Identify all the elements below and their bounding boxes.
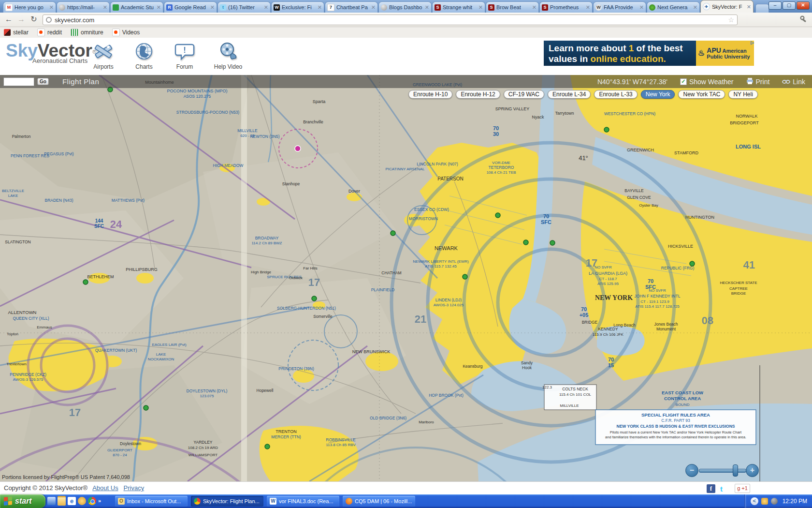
chrome-shortcut-icon[interactable] (88, 497, 96, 505)
map-label: Sandy (521, 360, 533, 365)
forward-button[interactable]: → (15, 14, 27, 25)
close-button[interactable]: ✕ (797, 1, 810, 10)
twitter-icon[interactable]: t (720, 485, 730, 493)
browser-tab[interactable]: t(16) Twitter✕ (218, 1, 271, 13)
taskbar-button[interactable]: OInbox - Microsoft Out... (115, 496, 188, 507)
zoom-slider-handle[interactable] (733, 464, 738, 477)
nav-charts[interactable]: Charts (130, 42, 158, 70)
bookmark-item[interactable]: reddit (37, 29, 62, 36)
tab-close-icon[interactable]: ✕ (103, 5, 107, 10)
facebook-icon[interactable]: f (707, 484, 715, 493)
map-label: BELTZVILLE (2, 189, 24, 193)
url-text[interactable]: skyvector.com (55, 16, 725, 24)
browser-tab[interactable]: MHere you go✕ (3, 1, 56, 13)
tab-close-icon[interactable]: ✕ (49, 5, 54, 10)
tray-collapse-icon[interactable]: < (751, 497, 758, 505)
bookmark-item[interactable]: stellar (4, 29, 29, 36)
tab-close-icon[interactable]: ✕ (264, 5, 268, 10)
go-button[interactable]: Go (37, 78, 49, 85)
chart-button[interactable]: Enroute L-34 (548, 90, 591, 99)
browser-tab[interactable]: RGoogle Read✕ (164, 1, 217, 13)
chart-button[interactable]: New York TAC (678, 90, 725, 99)
chart-button[interactable]: Enroute H-10 (408, 90, 452, 99)
browser-tab[interactable]: SPrometheus✕ (539, 1, 593, 13)
tab-close-icon[interactable]: ✕ (371, 5, 376, 10)
address-bar[interactable]: skyvector.com ☆ (43, 15, 738, 25)
bookmark-item[interactable]: Videos (112, 29, 140, 36)
privacy-link[interactable]: Privacy (124, 484, 145, 492)
chart-button[interactable]: New York (641, 90, 675, 99)
outlook-shortcut-icon[interactable] (78, 497, 86, 505)
tab-close-icon[interactable]: ✕ (157, 5, 161, 10)
browser-tab[interactable]: WFAA Provide✕ (593, 1, 646, 13)
flight-plan-title[interactable]: Flight Plan (62, 77, 99, 86)
print-button[interactable]: Print (746, 78, 770, 86)
film-reel-icon (218, 42, 239, 62)
folder-shortcut-icon[interactable] (58, 496, 66, 506)
skyvector-logo[interactable]: SkyVector® Aeronautical Charts (6, 41, 96, 64)
start-button[interactable]: start (0, 494, 45, 508)
adchoices-icon[interactable]: ▷ (751, 40, 754, 45)
chart-button[interactable]: Enroute L-33 (594, 90, 637, 99)
zoom-slider-track[interactable] (699, 469, 746, 473)
new-tab-button[interactable] (755, 4, 769, 13)
browser-tab[interactable]: Academic Stu✕ (110, 1, 163, 13)
browser-tab[interactable]: https://mail-✕ (57, 1, 110, 13)
browser-tab[interactable]: Blogs Dashbo✕ (378, 1, 432, 13)
browser-tab[interactable]: WExclusive: Fi✕ (271, 1, 324, 13)
tab-close-icon[interactable]: ✕ (532, 5, 536, 10)
map-label: Oyster Bay (639, 203, 658, 208)
weather-checkbox[interactable]: ✓ (680, 78, 687, 85)
bookmark-star-icon[interactable]: ☆ (728, 16, 734, 24)
tab-close-icon[interactable]: ✕ (747, 4, 751, 9)
tab-close-icon[interactable]: ✕ (478, 5, 483, 10)
chart-button[interactable]: CF-19 WAC (504, 90, 544, 99)
nav-help-video[interactable]: Help Video (211, 42, 245, 70)
tab-close-icon[interactable]: ✕ (210, 5, 215, 10)
google-plus-one-button[interactable]: g +1 (735, 484, 750, 493)
tab-close-icon[interactable]: ✕ (318, 5, 322, 10)
flight-plan-input[interactable] (3, 77, 34, 86)
bookmark-item[interactable]: omniture (71, 29, 103, 36)
zoom-in-button[interactable]: + (746, 464, 759, 477)
outlook-icon: O (118, 498, 125, 505)
map-label: HOP BROOK (Pvt) (429, 393, 464, 398)
wrench-menu-icon[interactable] (799, 15, 808, 23)
misc-tray-icon[interactable] (771, 498, 778, 505)
back-button[interactable]: ← (3, 14, 14, 25)
quick-launch-overflow[interactable]: » (98, 498, 101, 504)
map-label: LINCOLN PARK (N07) (417, 162, 458, 166)
browser-tab[interactable]: ✈SkyVector: F✕ (700, 0, 754, 13)
nav-airports[interactable]: Airports (89, 42, 117, 70)
browser-tab[interactable]: Next Genera✕ (647, 1, 700, 13)
internet-explorer-icon[interactable]: e (68, 497, 76, 505)
app-shortcut-icon[interactable] (47, 497, 56, 505)
nav-forum[interactable]: ! Forum (171, 42, 199, 70)
taskbar-button[interactable]: CQ5 DAM | 06 - Mozill... (343, 496, 415, 507)
browser-tab[interactable]: 7Chartbeat Pa✕ (325, 1, 378, 13)
apu-ad-banner[interactable]: Learn more about 1 of the best values in… (544, 41, 754, 66)
taskbar-button[interactable]: Wvor FINAL3.doc (Rea... (267, 496, 339, 507)
tab-close-icon[interactable]: ✕ (425, 5, 429, 10)
zoom-out-button[interactable]: − (685, 464, 698, 477)
about-us-link[interactable]: About Us (92, 484, 118, 492)
wordpress-icon: W (595, 4, 602, 11)
minimize-button[interactable]: – (768, 1, 782, 10)
chart-button[interactable]: Enroute H-12 (456, 90, 500, 99)
browser-tab[interactable]: SBrow Beat✕ (486, 1, 539, 13)
link-button[interactable]: Link (782, 78, 805, 86)
refresh-button[interactable]: ↻ (28, 14, 40, 25)
chart-button[interactable]: NY Heli (728, 90, 757, 99)
map-zoom-control: − + (685, 464, 759, 478)
browser-tab[interactable]: SStrange whit✕ (432, 1, 485, 13)
tab-close-icon[interactable]: ✕ (586, 5, 590, 10)
sectional-chart-map[interactable]: SPECIAL FLIGHT RULES AREA C.F.R. PART 93… (0, 75, 812, 481)
taskbar-button[interactable]: SkyVector: Flight Plan... (191, 496, 263, 507)
outlook-tray-icon[interactable] (761, 498, 768, 505)
show-weather-toggle[interactable]: ✓ Show Weather (680, 78, 734, 86)
clock[interactable]: 12:20 PM (783, 498, 807, 505)
sheets-icon (113, 4, 119, 11)
tab-close-icon[interactable]: ✕ (693, 5, 697, 10)
tab-close-icon[interactable]: ✕ (639, 5, 644, 10)
maximize-button[interactable]: ▢ (783, 1, 796, 10)
